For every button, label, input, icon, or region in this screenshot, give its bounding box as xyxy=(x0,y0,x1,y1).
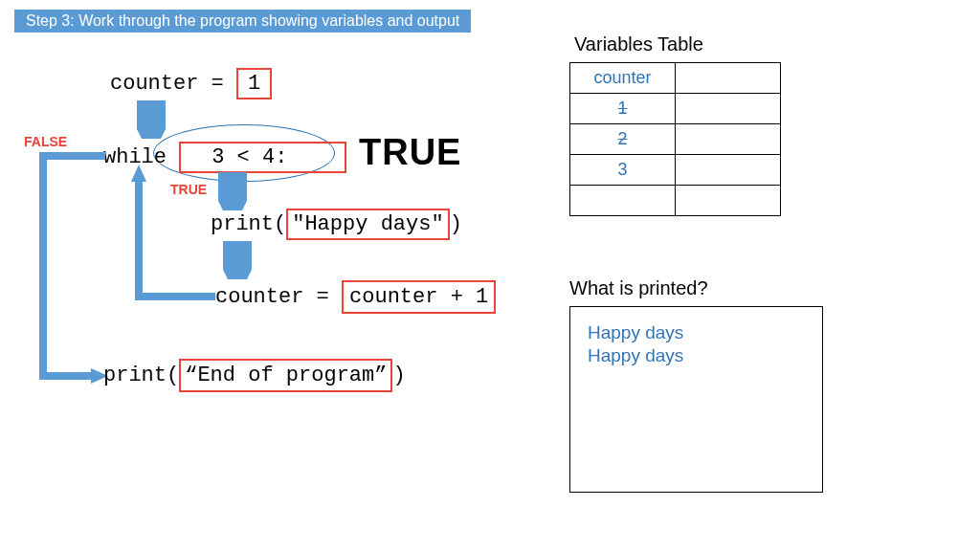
code-line-3: print("Happy days") xyxy=(211,212,462,236)
table-cell-empty xyxy=(676,186,781,216)
code-value-box: 1 xyxy=(236,68,272,99)
output-line: Happy days xyxy=(588,322,805,343)
code-text: print( xyxy=(211,212,286,236)
code-line-1: counter = 1 xyxy=(110,72,272,96)
code-line-5: print(“End of program”) xyxy=(103,364,406,387)
code-text: counter = xyxy=(215,285,342,309)
table-cell-empty xyxy=(676,124,781,155)
arrow-exit-icon xyxy=(29,151,115,390)
code-text: print( xyxy=(103,364,179,387)
variables-table-title: Variables Table xyxy=(574,33,703,55)
code-text: ) xyxy=(450,212,462,236)
code-string-box: “End of program” xyxy=(179,359,392,392)
output-line: Happy days xyxy=(588,345,805,366)
output-box: Happy days Happy days xyxy=(569,306,823,493)
table-cell xyxy=(570,186,676,216)
output-title: What is printed? xyxy=(569,277,708,299)
arrow-loop-icon xyxy=(124,153,220,316)
table-cell: 3 xyxy=(570,155,676,186)
table-header: counter xyxy=(570,63,676,94)
table-header-empty xyxy=(676,63,781,94)
code-expr-box: counter + 1 xyxy=(342,280,496,314)
arrow-down-icon xyxy=(218,172,247,210)
arrow-down-icon xyxy=(223,241,252,279)
code-line-4: counter = counter + 1 xyxy=(215,285,496,309)
arrow-down-icon xyxy=(137,100,166,139)
code-string-box: "Happy days" xyxy=(286,209,449,240)
table-cell-empty xyxy=(676,94,781,124)
code-text: < 4: xyxy=(224,145,287,169)
true-big-label: TRUE xyxy=(359,132,461,173)
code-text: ) xyxy=(392,364,405,387)
table-cell-empty xyxy=(676,155,781,186)
code-text: counter = xyxy=(110,72,236,96)
step-banner: Step 3: Work through the program showing… xyxy=(14,10,471,33)
variables-table: counter 1 2 3 xyxy=(569,62,781,216)
false-label: FALSE xyxy=(24,134,67,149)
table-cell: 1 xyxy=(570,94,676,124)
table-cell: 2 xyxy=(570,124,676,155)
